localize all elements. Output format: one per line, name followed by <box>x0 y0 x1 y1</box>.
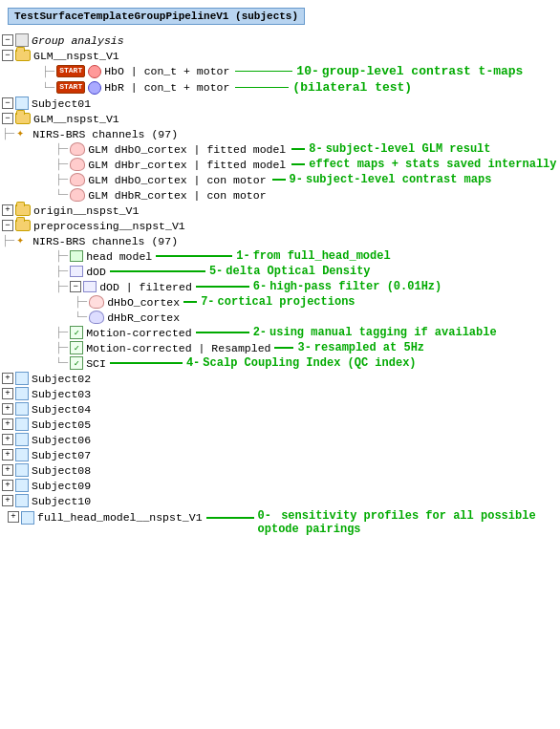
preprocessing-nspst-folder-icon <box>15 220 31 231</box>
subject10-row: + Subject10 <box>0 493 560 508</box>
subject04-icon <box>15 402 29 416</box>
tree-branch-hbr: └─ <box>42 82 54 94</box>
glm-dhbo-fitted-label: GLM dHbO_cortex | fitted model <box>88 143 286 156</box>
expand-subject04[interactable]: + <box>2 403 13 415</box>
ann10-line <box>235 71 292 73</box>
subject02-label: Subject02 <box>32 373 91 385</box>
expand-subject01[interactable]: − <box>2 97 13 109</box>
start-badge-hbr: START <box>56 81 85 93</box>
ann6-line <box>196 286 249 288</box>
branch-dhbr: └─ <box>75 311 87 323</box>
expand-group-analysis[interactable]: − <box>2 34 13 46</box>
ann8-text2: effect maps + stats saved internally <box>309 158 556 171</box>
subject01-label: Subject01 <box>32 97 91 110</box>
glm-dhbr-fitted-label: GLM dHbr_cortex | fitted model <box>88 159 286 171</box>
group-analysis-label: Group analysis <box>32 34 124 47</box>
glm-nspst-folder-icon <box>15 50 31 61</box>
subject05-label: Subject05 <box>32 418 91 431</box>
subject06-icon <box>15 433 29 446</box>
dhbo-cortex-label: dHbO_cortex <box>107 296 180 309</box>
ann2-num: 2- <box>253 326 267 339</box>
ann3-num: 3- <box>297 341 311 354</box>
ann2-text: using manual tagging if available <box>269 326 497 339</box>
subject05-icon <box>15 418 29 431</box>
motion-corrected-label: Motion-corrected <box>86 327 191 339</box>
ann4-num: 4- <box>186 356 200 370</box>
tree-branch-hbo: ├─ <box>42 66 54 77</box>
full-head-model-icon <box>21 511 34 525</box>
expand-subject05[interactable]: + <box>2 418 13 430</box>
glm-nspst-row: − GLM__nspst_V1 <box>0 48 560 63</box>
main-container: TestSurfaceTemplateGroupPipelineV1 (subj… <box>0 0 560 550</box>
tree-branch-nirs: ├─ <box>2 128 14 139</box>
expand-full-head-model[interactable]: + <box>8 511 19 523</box>
ann9-num: 9- <box>290 173 303 186</box>
subject10-icon <box>15 494 29 507</box>
window-title[interactable]: TestSurfaceTemplateGroupPipelineV1 (subj… <box>8 8 305 25</box>
ann6-num: 6- <box>253 280 267 293</box>
branch-dod-filtered: ├─ <box>55 281 68 292</box>
expand-preprocessing-nspst[interactable]: − <box>2 220 13 231</box>
preprocessing-nspst-row: − preprocessing__nspst_V1 <box>0 218 560 233</box>
ann4-text: Scalp Coupling Index (QC index) <box>203 356 416 370</box>
head-model-label: head model <box>86 250 152 263</box>
ann7-num: 7- <box>201 295 214 309</box>
ann8-line2 <box>291 163 305 165</box>
ann8-text1: subject-level GLM result <box>326 142 491 156</box>
branch-glm-dhbr-fit: ├─ <box>55 159 68 170</box>
subject10-label: Subject10 <box>32 495 91 507</box>
glm-dhbo-fitted-icon <box>70 142 85 156</box>
expand-subject06[interactable]: + <box>2 434 13 445</box>
glm-nspst2-row: − GLM__nspst_V1 <box>0 111 560 126</box>
subject09-row: + Subject09 <box>0 478 560 493</box>
ann0-num: 0- <box>258 509 271 523</box>
expand-subject07[interactable]: + <box>2 449 13 461</box>
ann10-line2 <box>235 87 289 89</box>
expand-subject08[interactable]: + <box>2 464 13 476</box>
nirs-brs-row: ├─ ✦ NIRS-BRS channels (97) <box>0 126 560 141</box>
glm-nspst-label: GLM__nspst_V1 <box>33 50 119 62</box>
nirs-brs2-label: NIRS-BRS channels (97) <box>32 235 178 247</box>
expand-subject02[interactable]: + <box>2 373 13 384</box>
ann0-text-line2: optode pairings <box>258 523 361 536</box>
origin-nspst-folder-icon <box>15 204 31 216</box>
expand-glm-nspst2[interactable]: − <box>2 113 13 124</box>
subject07-icon <box>15 448 29 461</box>
expand-dod-filtered[interactable]: − <box>70 281 81 292</box>
branch-glm-dhbo-con: ├─ <box>55 174 68 185</box>
ann7-line1 <box>183 301 197 303</box>
subject09-icon <box>15 479 29 492</box>
ann10-continuation: (bilateral test) <box>292 80 412 95</box>
ann5-num: 5- <box>209 265 223 278</box>
motion-icon: ✓ <box>70 326 83 339</box>
hbr-icon <box>88 81 101 95</box>
group-analysis-row: − Group analysis <box>0 32 560 48</box>
ann10-text-line1: group-level contrast t-maps <box>322 64 524 78</box>
expand-subject03[interactable]: + <box>2 388 13 399</box>
branch-dod: ├─ <box>55 266 68 277</box>
ann5-text: delta Optical Density <box>226 265 370 278</box>
hbo-label: HbO | con_t + motor <box>104 65 229 77</box>
tree-view: − Group analysis − GLM__nspst_V1 ├─ STAR… <box>0 29 560 541</box>
ann1-num: 1- <box>236 249 249 263</box>
branch-motion: ├─ <box>55 327 68 338</box>
motion-resampled-label: Motion-corrected | Resampled <box>86 342 270 354</box>
branch-glm-dhbr-con: └─ <box>55 189 68 201</box>
glm-nspst2-label: GLM__nspst_V1 <box>33 113 119 125</box>
subject08-icon <box>15 463 29 477</box>
subject04-row: + Subject04 <box>0 401 560 417</box>
subject03-icon <box>15 387 29 400</box>
glm-dhbr-fitted-icon <box>70 158 85 171</box>
nirs-brs-label: NIRS-BRS channels (97) <box>32 128 178 140</box>
expand-subject09[interactable]: + <box>2 480 13 491</box>
glm-dhbr-con-label: GLM dHbR_cortex | con motor <box>88 189 266 202</box>
ann4-line <box>110 362 183 364</box>
expand-origin-nspst[interactable]: + <box>2 204 13 216</box>
subject04-label: Subject04 <box>32 403 91 416</box>
subject06-row: + Subject06 <box>0 432 560 447</box>
expand-glm-nspst[interactable]: − <box>2 50 13 61</box>
subject08-label: Subject08 <box>32 464 91 477</box>
branch-nirs2: ├─ <box>2 235 14 247</box>
expand-subject10[interactable]: + <box>2 495 13 506</box>
ann0-text-line1: sensitivity profiles for all possible <box>281 509 535 523</box>
